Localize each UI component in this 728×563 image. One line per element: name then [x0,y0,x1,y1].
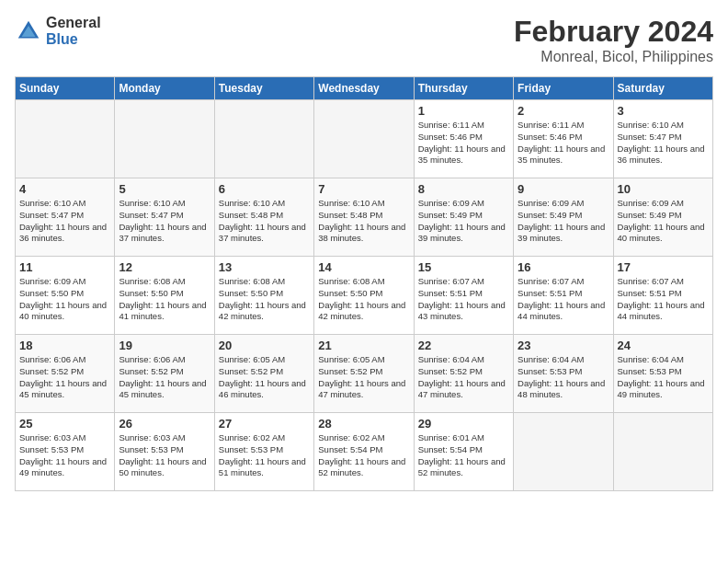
calendar-cell: 27Sunrise: 6:02 AMSunset: 5:53 PMDayligh… [214,413,313,491]
cell-info: Sunrise: 6:02 AMSunset: 5:53 PMDaylight:… [219,432,310,479]
cell-info: Sunrise: 6:10 AMSunset: 5:47 PMDaylight:… [19,198,110,245]
calendar-cell: 8Sunrise: 6:09 AMSunset: 5:49 PMDaylight… [414,178,513,257]
day-number: 22 [418,339,509,352]
day-number: 11 [19,260,110,274]
cell-info: Sunrise: 6:08 AMSunset: 5:50 PMDaylight:… [318,276,409,323]
col-header-monday: Monday [115,77,214,100]
calendar-cell [514,413,613,491]
calendar-cell: 18Sunrise: 6:06 AMSunset: 5:52 PMDayligh… [16,335,115,413]
calendar-header-row: SundayMondayTuesdayWednesdayThursdayFrid… [16,77,713,100]
day-number: 20 [219,339,310,352]
calendar-cell: 20Sunrise: 6:05 AMSunset: 5:52 PMDayligh… [214,335,313,413]
day-number: 15 [418,260,509,274]
calendar-cell: 14Sunrise: 6:08 AMSunset: 5:50 PMDayligh… [314,257,414,335]
cell-info: Sunrise: 6:03 AMSunset: 5:53 PMDaylight:… [19,432,110,479]
calendar-cell: 24Sunrise: 6:04 AMSunset: 5:53 PMDayligh… [613,335,712,413]
calendar-cell: 10Sunrise: 6:09 AMSunset: 5:49 PMDayligh… [613,178,712,257]
col-header-friday: Friday [514,77,613,100]
day-number: 19 [119,339,210,352]
cell-info: Sunrise: 6:04 AMSunset: 5:53 PMDaylight:… [618,354,709,401]
calendar-cell: 17Sunrise: 6:07 AMSunset: 5:51 PMDayligh… [613,257,712,335]
cell-info: Sunrise: 6:09 AMSunset: 5:50 PMDaylight:… [19,276,110,323]
col-header-sunday: Sunday [16,77,115,100]
calendar-cell [613,413,712,491]
calendar-cell: 28Sunrise: 6:02 AMSunset: 5:54 PMDayligh… [314,413,414,491]
calendar-cell: 5Sunrise: 6:10 AMSunset: 5:47 PMDaylight… [115,178,214,257]
cell-info: Sunrise: 6:06 AMSunset: 5:52 PMDaylight:… [19,354,110,401]
cell-info: Sunrise: 6:09 AMSunset: 5:49 PMDaylight:… [518,198,609,245]
cell-info: Sunrise: 6:11 AMSunset: 5:46 PMDaylight:… [518,120,609,167]
cell-info: Sunrise: 6:09 AMSunset: 5:49 PMDaylight:… [618,198,709,245]
calendar-cell: 26Sunrise: 6:03 AMSunset: 5:53 PMDayligh… [115,413,214,491]
day-number: 24 [618,339,709,352]
day-number: 26 [119,417,210,431]
calendar-cell: 12Sunrise: 6:08 AMSunset: 5:50 PMDayligh… [115,257,214,335]
col-header-saturday: Saturday [613,77,712,100]
calendar-cell: 19Sunrise: 6:06 AMSunset: 5:52 PMDayligh… [115,335,214,413]
day-number: 28 [318,417,409,431]
day-number: 2 [518,104,609,118]
day-number: 6 [219,182,310,196]
calendar-cell: 1Sunrise: 6:11 AMSunset: 5:46 PMDaylight… [414,100,513,178]
cell-info: Sunrise: 6:09 AMSunset: 5:49 PMDaylight:… [418,198,509,245]
day-number: 18 [19,339,110,352]
day-number: 1 [418,104,509,118]
day-number: 9 [518,182,609,196]
calendar-cell [314,100,414,178]
cell-info: Sunrise: 6:05 AMSunset: 5:52 PMDaylight:… [318,354,409,401]
calendar-cell: 15Sunrise: 6:07 AMSunset: 5:51 PMDayligh… [414,257,513,335]
cell-info: Sunrise: 6:04 AMSunset: 5:52 PMDaylight:… [418,354,509,401]
cell-info: Sunrise: 6:01 AMSunset: 5:54 PMDaylight:… [418,432,509,479]
logo-icon [15,17,42,45]
calendar-cell: 2Sunrise: 6:11 AMSunset: 5:46 PMDaylight… [514,100,613,178]
calendar-cell [115,100,214,178]
day-number: 4 [19,182,110,196]
day-number: 21 [318,339,409,352]
day-number: 16 [518,260,609,274]
calendar-cell: 7Sunrise: 6:10 AMSunset: 5:48 PMDaylight… [314,178,414,257]
cell-info: Sunrise: 6:07 AMSunset: 5:51 PMDaylight:… [518,276,609,323]
day-number: 23 [518,339,609,352]
calendar-week-3: 11Sunrise: 6:09 AMSunset: 5:50 PMDayligh… [16,257,713,335]
day-number: 29 [418,417,509,431]
cell-info: Sunrise: 6:11 AMSunset: 5:46 PMDaylight:… [418,120,509,167]
logo-text: General Blue [46,15,101,47]
cell-info: Sunrise: 6:07 AMSunset: 5:51 PMDaylight:… [618,276,709,323]
calendar-cell: 25Sunrise: 6:03 AMSunset: 5:53 PMDayligh… [16,413,115,491]
col-header-wednesday: Wednesday [314,77,414,100]
calendar-cell [16,100,115,178]
calendar-cell: 3Sunrise: 6:10 AMSunset: 5:47 PMDaylight… [613,100,712,178]
day-number: 25 [19,417,110,431]
calendar-week-1: 1Sunrise: 6:11 AMSunset: 5:46 PMDaylight… [16,100,713,178]
calendar-cell: 13Sunrise: 6:08 AMSunset: 5:50 PMDayligh… [214,257,313,335]
cell-info: Sunrise: 6:04 AMSunset: 5:53 PMDaylight:… [518,354,609,401]
cell-info: Sunrise: 6:05 AMSunset: 5:52 PMDaylight:… [219,354,310,401]
day-number: 13 [219,260,310,274]
calendar-cell [214,100,313,178]
cell-info: Sunrise: 6:07 AMSunset: 5:51 PMDaylight:… [418,276,509,323]
col-header-thursday: Thursday [414,77,513,100]
day-number: 17 [618,260,709,274]
day-number: 7 [318,182,409,196]
day-number: 5 [119,182,210,196]
col-header-tuesday: Tuesday [214,77,313,100]
calendar-week-2: 4Sunrise: 6:10 AMSunset: 5:47 PMDaylight… [16,178,713,257]
month-title: February 2024 [514,15,713,49]
calendar-week-5: 25Sunrise: 6:03 AMSunset: 5:53 PMDayligh… [16,413,713,491]
calendar-cell: 6Sunrise: 6:10 AMSunset: 5:48 PMDaylight… [214,178,313,257]
calendar-cell: 4Sunrise: 6:10 AMSunset: 5:47 PMDaylight… [16,178,115,257]
calendar-cell: 23Sunrise: 6:04 AMSunset: 5:53 PMDayligh… [514,335,613,413]
page-header: General Blue February 2024 Monreal, Bico… [15,15,713,65]
calendar-week-4: 18Sunrise: 6:06 AMSunset: 5:52 PMDayligh… [16,335,713,413]
calendar-cell: 11Sunrise: 6:09 AMSunset: 5:50 PMDayligh… [16,257,115,335]
cell-info: Sunrise: 6:02 AMSunset: 5:54 PMDaylight:… [318,432,409,479]
day-number: 8 [418,182,509,196]
day-number: 10 [618,182,709,196]
cell-info: Sunrise: 6:08 AMSunset: 5:50 PMDaylight:… [219,276,310,323]
cell-info: Sunrise: 6:08 AMSunset: 5:50 PMDaylight:… [119,276,210,323]
day-number: 3 [618,104,709,118]
location-title: Monreal, Bicol, Philippines [514,49,713,65]
logo-blue-text: Blue [46,31,101,48]
title-block: February 2024 Monreal, Bicol, Philippine… [514,15,713,65]
day-number: 12 [119,260,210,274]
